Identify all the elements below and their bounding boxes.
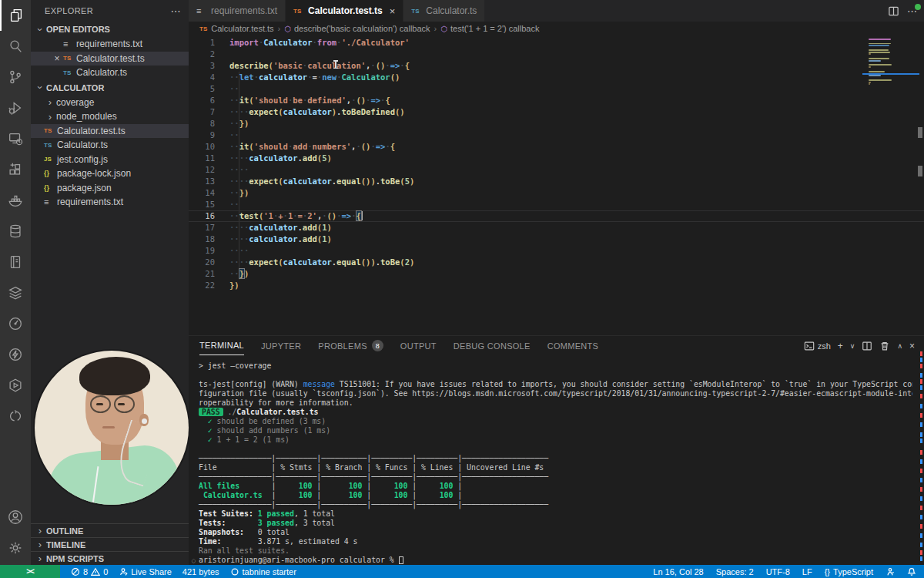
sidebar-section-outline[interactable]: ›OUTLINE	[31, 523, 189, 537]
sidebar-section-timeline[interactable]: ›TIMELINE	[31, 537, 189, 551]
terminal-scroll-mark	[920, 469, 923, 473]
extensions-icon[interactable]	[0, 154, 31, 185]
kill-terminal-trash-icon[interactable]	[879, 341, 890, 351]
terminal-dropdown-icon[interactable]: ∨	[850, 342, 855, 350]
terminal-line: Ran all test suites.	[199, 546, 912, 556]
tree-item[interactable]: TSCalculator.test.ts	[31, 124, 189, 139]
shell-selector[interactable]: zsh	[804, 341, 831, 351]
tree-item[interactable]: {}package.json	[31, 181, 189, 196]
feedback-icon[interactable]	[886, 567, 895, 576]
tab-terminal[interactable]: TERMINAL	[199, 336, 244, 355]
terminal-scroll-mark	[920, 351, 923, 356]
split-terminal-icon[interactable]	[862, 341, 872, 351]
terminal-line: figuration file (usually `tsconfig.json`…	[199, 389, 912, 398]
open-editor-item[interactable]: ≡requirements.txt	[31, 37, 189, 52]
tree-item[interactable]: {}package-lock.json	[31, 166, 189, 181]
tree-item[interactable]: ›coverage	[31, 96, 189, 110]
terminal-scroll-mark	[920, 533, 923, 538]
tst-file-icon: TS	[44, 127, 57, 134]
minimap-line	[869, 58, 889, 59]
tabnine-status[interactable]: tabnine starter	[230, 567, 296, 576]
tab-calculator-ts[interactable]: TS Calculator.ts	[403, 0, 485, 22]
dial-icon[interactable]	[0, 308, 31, 339]
code-editor[interactable]: 1import·Calculator·from·'./Calculator'23…	[189, 35, 924, 335]
source-control-icon[interactable]	[0, 62, 31, 92]
breadcrumb-symbol[interactable]: describe('basic calculation') callback	[294, 24, 430, 33]
docker-icon[interactable]	[0, 185, 31, 216]
chevron-right-icon: ›	[44, 111, 56, 123]
minimap-line	[869, 60, 881, 62]
terminal-scroll-mark	[920, 524, 923, 529]
minimap[interactable]	[869, 39, 912, 86]
tab-calculator-test-ts[interactable]: TS Calculator.test.ts ×	[286, 0, 403, 22]
terminal-line: Calculator.ts | 100 | 100 | 100 | 100 |	[199, 491, 912, 500]
minimap-line	[869, 66, 871, 68]
tab-output[interactable]: OUTPUT	[400, 336, 437, 355]
terminal-scroll-mark	[920, 432, 923, 437]
database-icon[interactable]	[0, 216, 31, 247]
tab-problems[interactable]: PROBLEMS8	[318, 336, 383, 355]
terminal-scroll-mark	[920, 496, 923, 501]
code-line: 13····expect(calculator.equal()).toBe(5)	[189, 176, 924, 187]
tab-jupyter[interactable]: JUPYTER	[261, 336, 301, 355]
tab-requirements-txt[interactable]: ≡ requirements.txt	[189, 0, 286, 22]
eol-status[interactable]: LF	[802, 567, 812, 576]
code-line: 14··})	[189, 187, 924, 199]
tab-debug-console[interactable]: DEBUG CONSOLE	[454, 336, 531, 355]
tree-item[interactable]: ›node_modules	[31, 109, 189, 124]
minimap-line	[869, 55, 870, 57]
notebook-icon[interactable]	[0, 247, 31, 277]
live-share-icon[interactable]	[0, 401, 31, 432]
search-icon[interactable]	[0, 31, 31, 62]
terminal-scroll-mark	[920, 515, 923, 519]
thunder-client-icon[interactable]	[0, 339, 31, 370]
maximize-panel-icon[interactable]: ∧	[897, 342, 902, 350]
sidebar-section-npm-scripts[interactable]: ›NPM SCRIPTS	[31, 551, 189, 565]
close-panel-icon[interactable]: ×	[909, 341, 915, 351]
tab-comments[interactable]: COMMENTS	[547, 336, 599, 355]
settings-gear-icon[interactable]	[0, 533, 31, 563]
encoding-status[interactable]: UTF-8	[766, 567, 790, 576]
close-icon[interactable]: ×	[390, 5, 396, 17]
tree-item[interactable]: JSjest.config.js	[31, 153, 189, 167]
run-debug-icon[interactable]	[0, 92, 31, 123]
explorer-icon[interactable]	[0, 0, 31, 31]
tree-item[interactable]: TSCalculator.ts	[31, 138, 189, 153]
json-file-icon: {}	[44, 170, 57, 177]
chevron-right-icon: ›	[34, 525, 46, 536]
remote-explorer-icon[interactable]	[0, 123, 31, 154]
terminal-scrollbar[interactable]	[917, 336, 923, 566]
terminal-scroll-mark	[920, 394, 923, 398]
terminal-output[interactable]: > jest —coveragets-jest[config] (WARN) m…	[189, 355, 912, 566]
hexagon-play-icon[interactable]	[0, 370, 31, 401]
json-file-icon: {}	[44, 184, 57, 192]
notifications-bell-icon[interactable]	[907, 567, 916, 576]
terminal-scroll-mark	[920, 550, 923, 555]
open-editor-item[interactable]: ×TSCalculator.test.ts	[31, 52, 189, 66]
new-terminal-icon[interactable]: +	[838, 341, 843, 351]
split-editor-icon[interactable]	[888, 5, 899, 17]
code-line: 11····calculator.add(5)	[189, 153, 924, 164]
code-line: 4··let·calculator·=·new·Calculator()	[189, 72, 924, 83]
close-icon[interactable]: ×	[51, 53, 63, 64]
breadcrumb-symbol[interactable]: test('1 + 1 = 2') callback	[450, 24, 539, 33]
editor-group: ≡ requirements.txt TS Calculator.test.ts…	[189, 0, 924, 565]
open-editors-list: ≡requirements.txt×TSCalculator.test.tsTS…	[31, 37, 189, 80]
account-icon[interactable]	[0, 502, 31, 533]
open-editors-header[interactable]: › OPEN EDITORS	[31, 22, 189, 37]
minimap-line	[869, 64, 892, 66]
layers-icon[interactable]	[0, 277, 31, 308]
problems-status[interactable]: 8 0	[71, 567, 108, 576]
remote-indicator[interactable]: ><	[0, 565, 60, 578]
project-header[interactable]: › CALCULATOR	[31, 80, 189, 96]
language-mode-status[interactable]: {}TypeScript	[825, 567, 873, 576]
breadcrumb-file[interactable]: Calculator.test.ts	[211, 24, 273, 33]
open-editor-item[interactable]: TSCalculator.ts	[31, 66, 189, 80]
terminal-scroll-mark	[920, 450, 923, 455]
file-size-status[interactable]: 421 bytes	[182, 567, 219, 576]
tree-item[interactable]: ≡requirements.txt	[31, 195, 189, 210]
indentation-status[interactable]: Spaces: 2	[716, 567, 754, 576]
cursor-position-status[interactable]: Ln 16, Col 28	[653, 567, 703, 576]
sidebar-more-icon[interactable]: ⋯	[171, 5, 181, 17]
live-share-status[interactable]: Live Share	[119, 567, 172, 576]
